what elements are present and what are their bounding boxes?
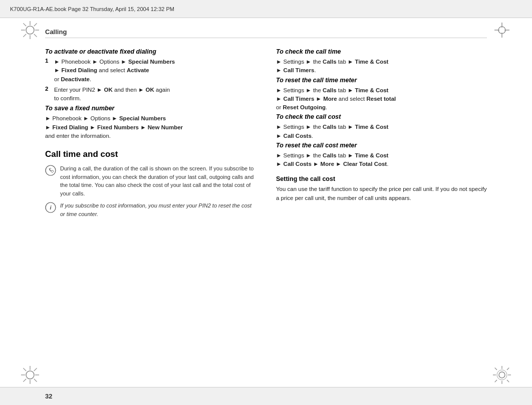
section-title-check-cost: To check the call cost [276,113,487,120]
section-save-fixed-number: To save a fixed number ► Phonebook ► Opt… [45,105,256,140]
setting-call-cost-text: You can use the tariff function to speci… [276,185,487,202]
page-number: 32 [45,392,52,400]
section-check-call-cost: To check the call cost ► Settings ► the … [276,113,487,140]
phone-icon [45,165,56,176]
section-title-save: To save a fixed number [45,105,256,112]
page-header: Calling [45,28,487,38]
right-column: To check the call time ► Settings ► the … [276,48,487,222]
major-title: Call time and cost [45,149,256,159]
check-call-cost-text: ► Settings ► the Calls tab ► Time & Cost… [276,123,487,140]
step-1: 1 ► Phonebook ► Options ► Special Number… [45,58,256,84]
top-bar: K700UG-R1A-AE.book Page 32 Thursday, Apr… [0,0,532,18]
step-content-1: ► Phonebook ► Options ► Special Numbers … [54,58,175,84]
bottom-bar: 32 [0,387,532,405]
section-title-reset-cost: To reset the call cost meter [276,142,487,149]
note-block-2: i If you subscribe to cost information, … [45,201,256,218]
save-fixed-text: ► Phonebook ► Options ► Special Numbers … [45,114,256,140]
page-container: K700UG-R1A-AE.book Page 32 Thursday, Apr… [0,0,532,405]
content-area: Calling To activate or deactivate fixed … [0,18,532,387]
step-2: 2 Enter your PIN2 ► OK and then ► OK aga… [45,86,256,103]
note-text-2: If you subscribe to cost information, yo… [60,201,256,218]
note-block-1: During a call, the duration of the call … [45,164,256,197]
section-reset-call-time: To reset the call time meter ► Settings … [276,77,487,112]
step-content-2: Enter your PIN2 ► OK and then ► OK again… [54,86,170,103]
svg-text:i: i [50,205,52,211]
note-text-1: During a call, the duration of the call … [60,164,256,197]
check-call-time-text: ► Settings ► the Calls tab ► Time & Cost… [276,58,487,75]
section-call-time-cost: Call time and cost During a call, the du… [45,149,256,218]
section-title-check-time: To check the call time [276,48,487,55]
step-number-1: 1 [45,58,52,84]
top-bar-text: K700UG-R1A-AE.book Page 32 Thursday, Apr… [10,6,174,12]
reset-call-time-text: ► Settings ► the Calls tab ► Time & Cost… [276,86,487,112]
info-icon: i [45,202,56,213]
section-reset-call-cost: To reset the call cost meter ► Settings … [276,142,487,169]
section-setting-call-cost: Setting the call cost You can use the ta… [276,175,487,202]
two-column-layout: To activate or deactivate fixed dialing … [45,48,487,222]
section-activate-fixed-dialing: To activate or deactivate fixed dialing … [45,48,256,103]
reset-call-cost-text: ► Settings ► the Calls tab ► Time & Cost… [276,151,487,169]
setting-call-cost-title: Setting the call cost [276,175,487,182]
section-title-reset-time: To reset the call time meter [276,77,487,84]
section-check-call-time: To check the call time ► Settings ► the … [276,48,487,75]
left-column: To activate or deactivate fixed dialing … [45,48,256,222]
section-title-activate: To activate or deactivate fixed dialing [45,48,256,55]
step-number-2: 2 [45,86,52,103]
